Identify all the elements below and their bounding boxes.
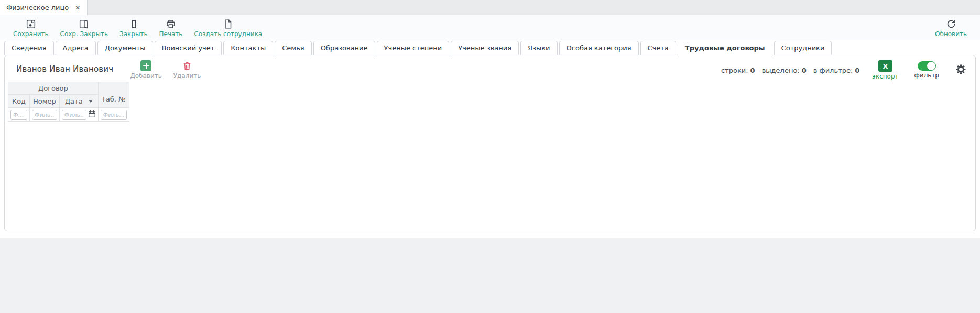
save-button[interactable]: Сохранить — [7, 15, 55, 38]
window-tab-strip: Физическое лицо ✕ — [0, 0, 980, 15]
save-icon — [25, 18, 37, 30]
person-name: Иванов Иван Иванович — [16, 64, 113, 74]
filter-input-tab-no[interactable] — [101, 110, 127, 120]
export-excel-button[interactable]: X экспорт — [872, 60, 898, 80]
stat-in-filter: в фильтре:0 — [813, 66, 860, 74]
document-tab-label: Физическое лицо — [6, 4, 69, 12]
save-label: Сохранить — [13, 30, 49, 38]
filter-cell-nomer — [30, 108, 60, 122]
excel-icon: X — [878, 60, 892, 72]
tab-voinskiy-uchet[interactable]: Воинский учет — [155, 41, 222, 55]
refresh-label: Обновить — [935, 30, 967, 38]
filter-toggle[interactable]: фильтр — [914, 60, 939, 79]
trudovye-dogovory-panel: Иванов Иван Иванович Добавить Удалить ст… — [4, 55, 976, 231]
stat-selected-value: 0 — [802, 66, 807, 74]
close-icon[interactable]: ✕ — [75, 4, 80, 12]
delete-label: Удалить — [173, 72, 201, 80]
tab-trudovye-dogovory[interactable]: Трудовые договоры — [678, 41, 772, 55]
tab-svedeniya[interactable]: Сведения — [4, 41, 54, 55]
column-header-tab-no[interactable]: Таб. № — [98, 82, 129, 108]
refresh-button[interactable]: Обновить — [929, 15, 973, 38]
column-header-data[interactable]: Дата — [59, 95, 98, 108]
toggle-on-icon[interactable] — [918, 61, 936, 71]
save-close-label: Сохр. Закрыть — [60, 30, 108, 38]
print-label: Печать — [159, 30, 182, 38]
settings-button[interactable] — [955, 63, 967, 77]
close-door-icon — [128, 18, 139, 30]
group-header-dogovor: Договор — [8, 82, 99, 95]
delete-button[interactable]: Удалить — [173, 60, 201, 80]
plus-icon — [140, 60, 151, 71]
tab-yazyki[interactable]: Языки — [520, 41, 558, 55]
filter-input-nomer[interactable] — [32, 110, 57, 120]
stat-rows: строки:0 — [721, 66, 755, 74]
save-close-icon — [78, 18, 90, 30]
column-header-kod[interactable]: Код — [8, 95, 30, 108]
export-label: экспорт — [872, 73, 898, 80]
grid-stats: строки:0 выделено:0 в фильтре:0 — [721, 66, 859, 74]
filter-cell-kod — [8, 108, 30, 122]
tab-uchenye-zvaniya[interactable]: Ученые звания — [451, 41, 519, 55]
tab-adresa[interactable]: Адреса — [56, 41, 96, 55]
document-tab-fizicheskoe-lico[interactable]: Физическое лицо ✕ — [0, 0, 88, 15]
refresh-icon — [945, 18, 957, 30]
add-label: Добавить — [130, 72, 161, 80]
tab-dokumenty[interactable]: Документы — [97, 41, 153, 55]
create-employee-icon — [222, 18, 234, 30]
tab-semya[interactable]: Семья — [275, 41, 311, 55]
tab-scheta[interactable]: Счета — [640, 41, 676, 55]
tab-obrazovanie[interactable]: Образование — [313, 41, 375, 55]
calendar-icon[interactable] — [88, 110, 96, 119]
filter-cell-tab-no — [98, 108, 129, 122]
gear-icon — [955, 63, 967, 75]
close-label: Закрыть — [119, 30, 147, 38]
print-icon — [165, 18, 177, 30]
tab-sotrudniki[interactable]: Сотрудники — [774, 41, 832, 55]
filter-cell-data — [59, 108, 98, 122]
print-button[interactable]: Печать — [153, 15, 188, 38]
filter-input-data[interactable] — [62, 110, 86, 120]
trash-icon — [182, 60, 192, 71]
page-background — [0, 238, 980, 313]
toolbar: Сохранить Сохр. Закрыть Закрыть — [0, 15, 980, 40]
stat-selected: выделено:0 — [762, 66, 807, 74]
close-button[interactable]: Закрыть — [114, 15, 153, 38]
filter-input-kod[interactable] — [10, 110, 27, 120]
filter-label: фильтр — [914, 72, 939, 79]
save-close-button[interactable]: Сохр. Закрыть — [55, 15, 114, 38]
stat-in-filter-value: 0 — [855, 66, 859, 74]
create-employee-label: Создать сотрудника — [194, 30, 262, 38]
group-header-row: Договор Таб. № — [8, 82, 129, 95]
tab-kontakty[interactable]: Контакты — [223, 41, 273, 55]
sort-desc-icon[interactable] — [89, 100, 93, 103]
contracts-table: Договор Таб. № Код Номер Дата — [8, 82, 129, 122]
add-button[interactable]: Добавить — [130, 60, 161, 80]
form-tab-bar: Сведения Адреса Документы Воинский учет … — [0, 41, 980, 55]
stat-rows-value: 0 — [750, 66, 755, 74]
tab-osobaya-kategoriya[interactable]: Особая категория — [559, 41, 639, 55]
tab-uchenye-stepeni[interactable]: Ученые степени — [377, 41, 450, 55]
filter-row — [8, 108, 129, 122]
column-header-nomer[interactable]: Номер — [30, 95, 60, 108]
create-employee-button[interactable]: Создать сотрудника — [188, 15, 268, 38]
